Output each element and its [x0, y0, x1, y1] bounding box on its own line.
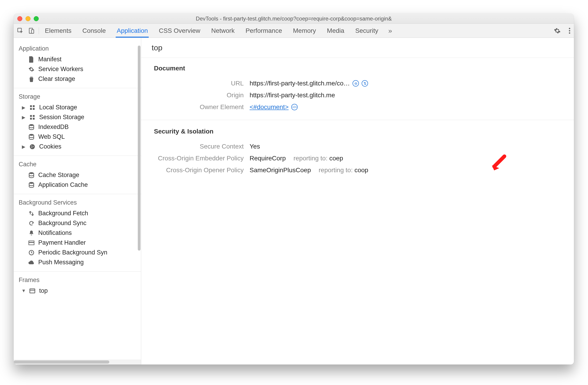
sidebar-item-label: Notifications [38, 229, 72, 236]
sidebar-item-label: Cookies [39, 143, 62, 150]
label-coep-reporting-to: reporting to: [294, 155, 327, 162]
sidebar-item-local-storage[interactable]: ▶ Local Storage [14, 103, 141, 112]
value-coop: SameOriginPlusCoep [250, 167, 311, 174]
label-secure-context: Secure Context [154, 143, 250, 150]
vertical-scrollbar[interactable] [138, 45, 141, 251]
sidebar-item-label: Background Sync [38, 220, 86, 227]
card-icon [28, 241, 35, 245]
svg-point-16 [30, 144, 35, 149]
sidebar-group-frames: Frames [14, 273, 141, 286]
tab-application[interactable]: Application [116, 24, 149, 38]
expand-arrow-icon: ▶ [21, 115, 25, 120]
sidebar-item-label: top [39, 287, 48, 294]
svg-point-21 [29, 182, 34, 184]
tab-memory[interactable]: Memory [292, 24, 317, 38]
cloud-icon [28, 260, 35, 265]
frame-details-panel: top Document URL https://first-party-tes… [141, 38, 574, 364]
label-origin: Origin [154, 92, 250, 99]
panel-tablist: Elements Console Application CSS Overvie… [44, 24, 554, 38]
database-icon [28, 172, 35, 178]
sidebar-item-cookies[interactable]: ▶ Cookies [14, 142, 141, 151]
expand-arrow-icon: ▼ [21, 288, 25, 293]
sidebar-item-application-cache[interactable]: Application Cache [14, 180, 141, 190]
svg-rect-10 [30, 115, 32, 117]
inspect-element-icon[interactable] [17, 27, 24, 34]
sidebar-item-push-messaging[interactable]: Push Messaging [14, 257, 141, 267]
clock-icon [28, 250, 35, 255]
section-title-document: Document [154, 65, 561, 72]
sidebar-item-manifest[interactable]: Manifest [14, 54, 141, 64]
sidebar-group-cache: Cache [14, 158, 141, 170]
svg-rect-7 [33, 105, 35, 107]
svg-rect-11 [33, 115, 35, 117]
section-title-security: Security & Isolation [154, 128, 561, 135]
window-icon [29, 288, 36, 293]
tab-elements[interactable]: Elements [44, 24, 72, 38]
sidebar-item-service-workers[interactable]: Service Workers [14, 64, 141, 74]
database-icon [28, 182, 35, 188]
devtools-tabbar: Elements Console Application CSS Overvie… [14, 24, 574, 38]
horizontal-scrollbar[interactable] [14, 360, 141, 364]
svg-rect-9 [33, 108, 35, 110]
sidebar-item-notifications[interactable]: Notifications [14, 228, 141, 238]
sidebar-item-background-fetch[interactable]: Background Fetch [14, 209, 141, 218]
svg-point-15 [29, 134, 34, 136]
device-toolbar-icon[interactable] [28, 27, 35, 34]
sidebar-item-web-sql[interactable]: Web SQL [14, 132, 141, 142]
expand-arrow-icon: ▶ [21, 105, 25, 110]
sidebar-item-periodic-background-sync[interactable]: Periodic Background Syn [14, 248, 141, 257]
file-icon [28, 56, 35, 63]
sidebar-item-label: Periodic Background Syn [38, 249, 107, 256]
sidebar-item-label: Service Workers [38, 66, 83, 73]
sidebar-item-label: Push Messaging [38, 259, 84, 266]
tab-media[interactable]: Media [326, 24, 345, 38]
sidebar-item-label: Application Cache [38, 181, 88, 188]
value-secure-context: Yes [250, 143, 260, 150]
svg-rect-8 [30, 108, 32, 110]
sidebar-item-label: Local Storage [39, 104, 77, 111]
database-icon [28, 134, 35, 140]
updown-icon [28, 211, 35, 216]
sidebar-item-frame-top[interactable]: ▼ top [14, 286, 141, 296]
more-tabs-icon[interactable]: » [388, 27, 392, 35]
value-coep-reporting-to: coep [329, 155, 343, 162]
sidebar-item-session-storage[interactable]: ▶ Session Storage [14, 112, 141, 122]
grid-icon [29, 115, 36, 120]
sidebar-item-label: Session Storage [39, 114, 84, 121]
gear-icon [28, 66, 35, 72]
sidebar-item-label: Cache Storage [38, 171, 79, 179]
sidebar-item-background-sync[interactable]: Background Sync [14, 218, 141, 228]
reveal-in-elements-icon[interactable]: </> [291, 104, 298, 110]
bell-icon [28, 230, 35, 236]
sidebar-item-indexeddb[interactable]: IndexedDB [14, 122, 141, 132]
settings-gear-icon[interactable] [554, 27, 561, 34]
value-coep: RequireCorp [250, 155, 286, 162]
tab-console[interactable]: Console [82, 24, 107, 38]
copy-url-icon[interactable]: ⊖ [353, 80, 359, 86]
sidebar-item-clear-storage[interactable]: Clear storage [14, 74, 141, 84]
tab-network[interactable]: Network [210, 24, 235, 38]
svg-rect-2 [31, 30, 34, 33]
sidebar-item-cache-storage[interactable]: Cache Storage [14, 170, 141, 180]
tab-security[interactable]: Security [354, 24, 379, 38]
kebab-menu-icon[interactable] [568, 27, 571, 34]
sidebar-group-application: Application [14, 42, 141, 54]
svg-point-4 [569, 30, 570, 31]
tab-performance[interactable]: Performance [245, 24, 283, 38]
sidebar-item-label: Manifest [38, 56, 62, 63]
svg-rect-23 [29, 242, 34, 243]
label-coop-reporting-to: reporting to: [319, 167, 353, 173]
label-coep: Cross-Origin Embedder Policy [154, 155, 250, 162]
svg-rect-13 [33, 118, 35, 120]
frame-heading: top [141, 38, 574, 58]
sidebar-item-label: Web SQL [38, 133, 65, 140]
expand-arrow-icon: ▶ [21, 144, 25, 150]
svg-point-19 [31, 147, 32, 148]
link-owner-element[interactable]: <#document> [250, 104, 289, 111]
reveal-in-network-icon[interactable]: ⇅ [362, 80, 368, 86]
tab-css-overview[interactable]: CSS Overview [158, 24, 201, 38]
svg-point-5 [569, 32, 570, 34]
database-icon [28, 124, 35, 130]
sidebar-item-label: IndexedDB [38, 124, 69, 130]
sidebar-item-payment-handler[interactable]: Payment Handler [14, 238, 141, 248]
